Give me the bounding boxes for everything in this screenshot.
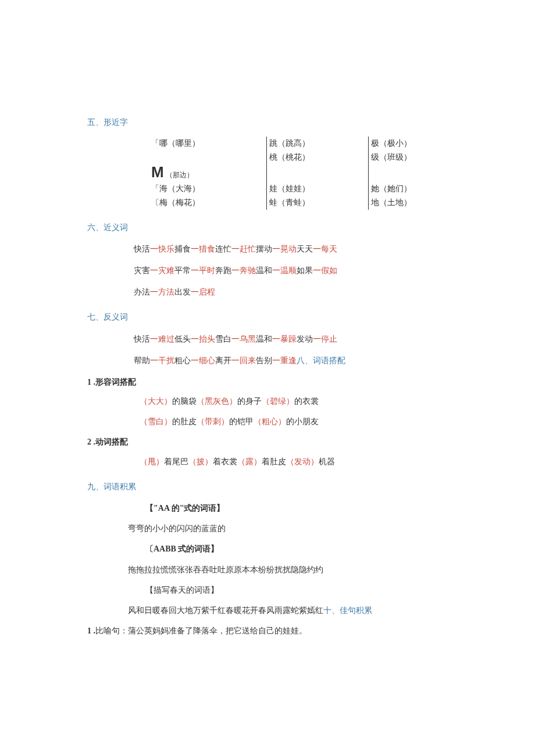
text-line: 快活一难过低头一抬头雪白一乌黑温和一暴躁发动一停止	[134, 332, 448, 346]
text-segment: 温和	[256, 266, 272, 275]
text-segment: 的肚皮	[172, 417, 197, 426]
text-segment: 办法	[134, 288, 150, 296]
text-segment: （露）	[237, 457, 262, 466]
cell-b3-l2: 蛙（青蛙）	[269, 198, 310, 207]
verb-collocation: （甩）着尾巴（披）着衣裳（露）着肚皮（发动）机器	[87, 454, 448, 469]
antonym-lines: 快活一难过低头一抬头雪白一乌黑温和一暴躁发动一停止帮助一干扰粗心一细心离开一回来…	[87, 332, 448, 368]
text-segment: 出发	[174, 288, 191, 296]
item-simile: 1 .比喻句：蒲公英妈妈准备了降落伞，把它送给自己的娃娃。	[87, 624, 448, 638]
text-segment: 低头	[174, 335, 191, 343]
text-segment: 捕食	[174, 245, 191, 253]
text-segment: 一猎食	[191, 245, 215, 253]
text-segment: （粗心）	[254, 417, 286, 426]
item-2-num: 2 .动词搭配	[87, 435, 448, 449]
text-segment: 的铠甲	[229, 417, 254, 426]
cell-a3-l1: 「海（大海）	[151, 184, 200, 193]
text-segment: 发动	[297, 335, 313, 343]
text-segment: 一重逢	[272, 356, 297, 365]
text-segment: 一温顺	[272, 266, 297, 275]
section-7-title: 七、反义词	[87, 310, 448, 324]
text-segment: 雪白	[215, 335, 231, 343]
cell-c3-l1: 她（她们）	[371, 184, 412, 193]
text-segment: 一灾难	[150, 266, 174, 275]
text-line: 灾害一灾难平常一平时奔跑一奔驰温和一温顺如果一假如	[134, 263, 448, 278]
group-content: 弯弯的小小的闪闪的蓝蓝的	[128, 521, 448, 536]
text-segment: 平常	[174, 266, 191, 275]
text-segment: 一暴躁	[272, 335, 297, 343]
text-segment: 离开	[215, 356, 231, 365]
cell-b3-l1: 娃（娃娃）	[269, 184, 310, 193]
text-segment: 一回来	[231, 356, 256, 365]
text-segment: （雪白）	[140, 417, 172, 426]
cell-c1-l2: 级（班级）	[371, 153, 412, 162]
section-6-title: 六、近义词	[87, 220, 448, 235]
text-segment: 着衣裳	[213, 457, 237, 466]
text-segment: 的小朋友	[286, 417, 319, 426]
text-segment: 着肚皮	[262, 457, 286, 466]
text-segment: 一每天	[313, 245, 337, 253]
text-segment: （甩）	[140, 457, 164, 466]
text-segment: 告别	[256, 356, 272, 365]
text-line: （雪白）的肚皮（带刺）的铠甲（粗心）的小朋友	[140, 414, 448, 429]
word-accumulation: 【"AA 的"式的词语】弯弯的小小的闪闪的蓝蓝的〔AABB 式的词语】拖拖拉拉慌…	[87, 501, 448, 618]
text-segment: 着尾巴	[164, 457, 188, 466]
text-line: 帮助一干扰粗心一细心离开一回来告别一重逢八、词语搭配	[134, 353, 448, 368]
text-segment: 的身子	[237, 397, 262, 406]
text-segment: 摆动	[256, 245, 272, 253]
text-segment: 一平时	[191, 266, 215, 275]
group-content: 风和日暖春回大地万紫千红春暖花开春风雨露蛇紫嫣红十、佳句积累	[128, 603, 448, 618]
text-line: （甩）着尾巴（披）着衣裳（露）着肚皮（发动）机器	[140, 454, 448, 469]
text-segment: （发动）	[286, 457, 319, 466]
cell-b1-l1: 跳（跳高）	[269, 139, 310, 148]
text-segment: 一假如	[313, 266, 337, 275]
synonym-lines: 快活一快乐捕食一猎食连忙一赶忙摆动一晃动天天一每天灾害一灾难平常一平时奔跑一奔驰…	[87, 242, 448, 300]
text-segment: 奔跑	[215, 266, 231, 275]
text-segment: 快活	[134, 335, 150, 343]
text-segment: 一干扰	[150, 356, 174, 365]
section-5-title: 五、形近字	[87, 115, 448, 130]
group-label: 【描写春天的词语】	[145, 583, 448, 597]
text-segment: 粗心	[174, 356, 191, 365]
text-line: 办法一方法出发一启程	[134, 285, 448, 299]
cell-c1-l1: 极（极小）	[371, 139, 412, 148]
text-segment: 连忙	[215, 245, 231, 253]
adj-collocation: （大大）的脑袋（黑灰色）的身子（碧绿）的衣裳（雪白）的肚皮（带刺）的铠甲（粗心）…	[87, 394, 448, 429]
text-segment: （大大）	[140, 397, 172, 406]
text-segment: 的衣裳	[294, 397, 319, 406]
text-segment: 十、佳句积累	[323, 606, 372, 615]
text-segment: 一奔驰	[231, 266, 256, 275]
text-segment: 一方法	[150, 288, 174, 296]
group-label: 【"AA 的"式的词语】	[145, 501, 448, 515]
text-segment: （披）	[188, 457, 213, 466]
text-segment: 帮助	[134, 356, 150, 365]
group-label: 〔AABB 式的词语】	[145, 542, 448, 556]
text-segment: 天天	[297, 245, 313, 253]
m-sub: （那边）	[166, 171, 194, 179]
cell-c3-l2: 地（土地）	[371, 198, 412, 207]
text-segment: 的脑袋	[172, 397, 197, 406]
text-segment: 如果	[297, 266, 313, 275]
near-shape-table: 「哪（哪里） 跳（跳高） 桃（桃花） 极（极小） 级（班级） M （那边） 「海…	[151, 137, 448, 209]
text-segment: （带刺）	[197, 417, 229, 426]
text-segment: 一难过	[150, 335, 174, 343]
big-m: M	[151, 163, 164, 181]
text-segment: 一启程	[191, 288, 215, 296]
text-segment: （黑灰色）	[197, 397, 237, 406]
text-segment: 机器	[319, 457, 335, 466]
text-line: （大大）的脑袋（黑灰色）的身子（碧绿）的衣裳	[140, 394, 448, 409]
cell-b1-l2: 桃（桃花）	[269, 153, 310, 162]
text-line: 快活一快乐捕食一猎食连忙一赶忙摆动一晃动天天一每天	[134, 242, 448, 256]
text-segment: 温和	[256, 335, 272, 343]
text-segment: 一赶忙	[231, 245, 256, 253]
section-9-title: 九、词语积累	[87, 479, 448, 494]
text-segment: 一乌黑	[231, 335, 256, 343]
text-segment: 一快乐	[150, 245, 174, 253]
text-segment: （碧绿）	[262, 397, 294, 406]
text-segment: 一停止	[313, 335, 337, 343]
text-segment: 一晃动	[272, 245, 297, 253]
text-segment: 风和日暖春回大地万紫千红春暖花开春风雨露蛇紫嫣红	[128, 606, 323, 615]
item-simile-text: 比喻句：蒲公英妈妈准备了降落伞，把它送给自己的娃娃。	[95, 626, 307, 635]
group-content: 拖拖拉拉慌慌张张吞吞吐吐原原本本纷纷扰扰隐隐约约	[128, 562, 448, 577]
cell-a3-l2: 〔梅（梅花）	[151, 198, 200, 207]
text-segment: 快活	[134, 245, 150, 253]
